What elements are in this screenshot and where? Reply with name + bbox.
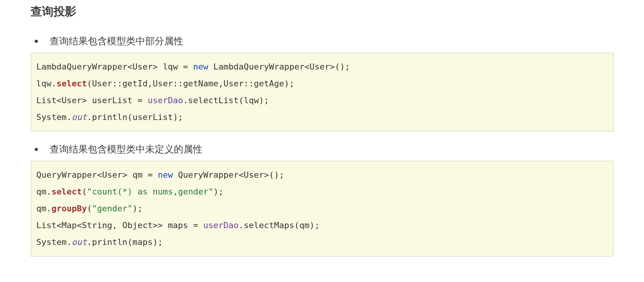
code-text: ); [214,187,224,196]
code-text: System. [36,112,72,122]
code-string: "count(*) as nums,gender" [87,187,213,196]
code-method: select [52,187,82,196]
code-text: lqw. [36,79,57,88]
code-text: List<User> userList = [36,96,147,105]
code-text: LambdaQueryWrapper<User> lqw = [36,62,193,71]
code-text: .selectList(lqw); [183,96,269,105]
code-text: .selectMaps(qm); [239,220,320,230]
bullet-list-2: 查询结果包含模型类中未定义的属性 [31,143,613,156]
code-text: ( [82,187,87,196]
code-string: "gender" [92,204,133,213]
code-text: ( [87,204,92,213]
bullet-item: 查询结果包含模型类中未定义的属性 [44,143,613,156]
code-text: .println(userList); [87,112,183,122]
document-page: 查询投影 查询结果包含模型类中部分属性 LambdaQueryWrapper<U… [0,0,644,282]
code-keyword: new [193,62,209,71]
bullet-list-1: 查询结果包含模型类中部分属性 [31,35,613,47]
code-text: System. [36,237,72,247]
code-text: ); [133,204,143,213]
code-text: .println(maps); [87,237,163,247]
code-text: QueryWrapper<User> qm = [36,170,158,180]
page-heading: 查询投影 [31,4,613,19]
code-block-1: LambdaQueryWrapper<User> lqw = new Lambd… [31,53,613,131]
bullet-item: 查询结果包含模型类中部分属性 [44,35,613,47]
code-text: qm. [36,204,52,213]
code-method: groupBy [52,204,87,213]
code-static-field: out [72,237,87,247]
code-text: QueryWrapper<User>(); [173,170,284,180]
code-static-field: out [72,112,87,122]
code-identifier: userDao [147,96,183,105]
code-text: qm. [36,187,52,196]
code-method: select [57,79,87,88]
code-text: List<Map<String, Object>> maps = [36,220,203,230]
code-text: LambdaQueryWrapper<User>(); [208,62,350,71]
code-text: (User::getId,User::getName,User::getAge)… [87,79,294,88]
code-keyword: new [158,170,173,180]
code-block-2: QueryWrapper<User> qm = new QueryWrapper… [31,161,613,256]
code-identifier: userDao [203,220,239,230]
